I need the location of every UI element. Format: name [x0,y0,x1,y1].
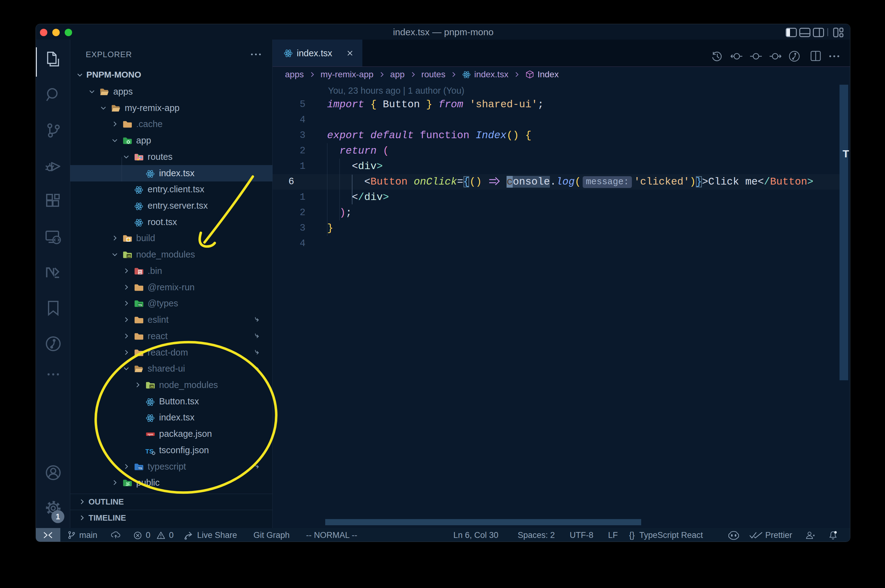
svg-text:JS: JS [127,255,130,258]
svg-text:TS: TS [138,466,142,470]
svg-text:10: 10 [138,272,141,275]
svg-text:TS: TS [138,303,142,307]
svg-text:JS: JS [150,385,153,388]
svg-text:npm: npm [148,433,153,436]
